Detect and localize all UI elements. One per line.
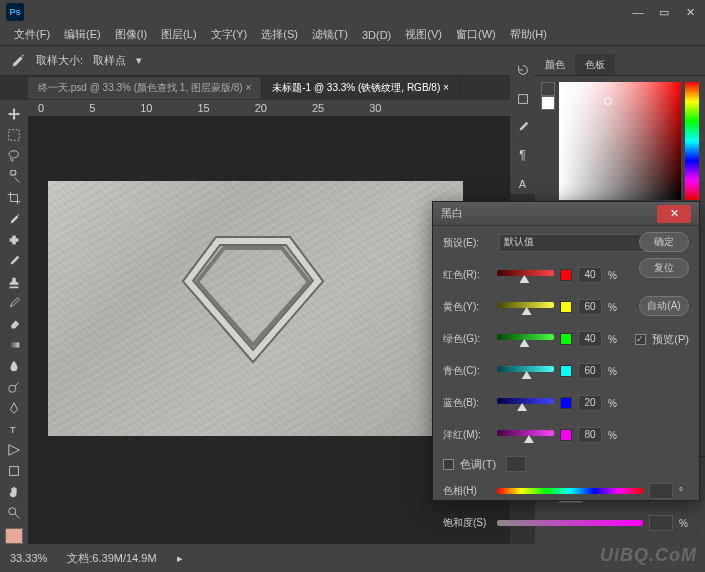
crop-tool[interactable] (2, 188, 26, 207)
maximize-button[interactable]: ▭ (655, 6, 673, 19)
stamp-tool[interactable] (2, 272, 26, 291)
sat-value[interactable] (649, 515, 673, 531)
preview-checkbox[interactable] (635, 334, 646, 345)
menu-filter[interactable]: 滤镜(T) (306, 25, 354, 44)
properties-icon[interactable] (511, 88, 535, 108)
menu-edit[interactable]: 编辑(E) (58, 25, 107, 44)
history-icon[interactable] (511, 60, 535, 80)
slider-thumb-icon[interactable] (519, 275, 529, 283)
dialog-close-button[interactable]: ✕ (657, 205, 691, 223)
slider-green: 绿色(G):40% (443, 326, 618, 352)
menu-window[interactable]: 窗口(W) (450, 25, 502, 44)
tab-swatches[interactable]: 色板 (575, 54, 615, 75)
close-button[interactable]: ✕ (681, 6, 699, 19)
bg-color[interactable] (541, 96, 555, 110)
shape-tool[interactable] (2, 461, 26, 480)
eraser-tool[interactable] (2, 314, 26, 333)
slider-thumb-icon[interactable] (517, 403, 527, 411)
gradient-tool[interactable] (2, 335, 26, 354)
slider-track-yellow[interactable] (497, 302, 554, 312)
right-mini-panel: ¶ A (510, 54, 535, 194)
fg-color[interactable] (541, 82, 555, 96)
character-icon[interactable]: A (511, 174, 535, 194)
menu-type[interactable]: 文字(Y) (205, 25, 254, 44)
slider-value-blue[interactable]: 20 (578, 395, 602, 411)
sample-point-select[interactable]: 取样点 (93, 53, 126, 68)
color-field[interactable] (559, 82, 681, 200)
hue-value[interactable] (649, 483, 673, 499)
path-tool[interactable] (2, 440, 26, 459)
slider-thumb-icon[interactable] (519, 339, 529, 347)
dialog-titlebar[interactable]: 黑白 ✕ (433, 202, 699, 226)
blur-tool[interactable] (2, 356, 26, 375)
hand-tool[interactable] (2, 482, 26, 501)
slider-thumb-icon[interactable] (522, 307, 532, 315)
slider-value-cyan[interactable]: 60 (578, 363, 602, 379)
slider-track-red[interactable] (497, 270, 554, 280)
menu-image[interactable]: 图像(I) (109, 25, 153, 44)
slider-label: 青色(C): (443, 364, 491, 378)
menu-help[interactable]: 帮助(H) (504, 25, 553, 44)
sat-slider[interactable] (497, 520, 643, 526)
slider-value-magenta[interactable]: 80 (578, 427, 602, 443)
hue-slider[interactable] (497, 488, 643, 494)
slider-value-red[interactable]: 40 (578, 267, 602, 283)
eyedropper-tool[interactable] (2, 209, 26, 228)
chevron-right-icon[interactable]: ▸ (177, 552, 183, 565)
brush-tool[interactable] (2, 251, 26, 270)
history-brush-tool[interactable] (2, 293, 26, 312)
tint-swatch[interactable] (506, 456, 526, 472)
menu-file[interactable]: 文件(F) (8, 25, 56, 44)
menu-view[interactable]: 视图(V) (399, 25, 448, 44)
svg-rect-3 (9, 342, 20, 347)
dropdown-icon[interactable]: ▾ (136, 54, 142, 67)
menu-select[interactable]: 选择(S) (255, 25, 304, 44)
auto-button[interactable]: 自动(A) (639, 296, 689, 316)
tint-checkbox[interactable] (443, 459, 454, 470)
canvas[interactable] (48, 181, 463, 436)
color-picker[interactable] (535, 76, 705, 206)
marquee-tool[interactable] (2, 125, 26, 144)
slider-value-green[interactable]: 40 (578, 331, 602, 347)
slider-label: 绿色(G): (443, 332, 491, 346)
svg-rect-2 (12, 235, 16, 244)
toolbox: T (0, 100, 28, 544)
svg-point-4 (9, 385, 16, 392)
heal-tool[interactable] (2, 230, 26, 249)
cancel-button[interactable]: 复位 (639, 258, 689, 278)
brush-panel-icon[interactable] (511, 117, 535, 137)
slider-track-magenta[interactable] (497, 430, 554, 440)
slider-thumb-icon[interactable] (524, 435, 534, 443)
foreground-swatch[interactable] (5, 528, 23, 544)
preset-label: 预设(E): (443, 236, 493, 250)
minimize-button[interactable]: — (629, 6, 647, 19)
slider-track-green[interactable] (497, 334, 554, 344)
hue-strip[interactable] (685, 82, 699, 200)
slider-label: 蓝色(B): (443, 396, 491, 410)
svg-rect-8 (518, 94, 527, 103)
app-logo: Ps (6, 3, 24, 21)
menu-3d[interactable]: 3D(D) (356, 27, 397, 43)
lasso-tool[interactable] (2, 146, 26, 165)
dodge-tool[interactable] (2, 377, 26, 396)
svg-text:T: T (10, 423, 16, 434)
menu-layer[interactable]: 图层(L) (155, 25, 202, 44)
slider-value-yellow[interactable]: 60 (578, 299, 602, 315)
window-controls: — ▭ ✕ (629, 6, 699, 19)
zoom-tool[interactable] (2, 503, 26, 522)
sample-size-label: 取样大小: (36, 53, 83, 68)
move-tool[interactable] (2, 104, 26, 123)
color-swatch-pair[interactable] (541, 82, 555, 200)
type-tool[interactable]: T (2, 419, 26, 438)
slider-thumb-icon[interactable] (522, 371, 532, 379)
slider-track-blue[interactable] (497, 398, 554, 408)
doc-tab-2[interactable]: 未标题-1 @ 33.3% (铁锈纹理, RGB/8) × (262, 77, 460, 99)
paragraph-icon[interactable]: ¶ (511, 145, 535, 165)
pen-tool[interactable] (2, 398, 26, 417)
zoom-level[interactable]: 33.33% (10, 552, 47, 564)
slider-track-cyan[interactable] (497, 366, 554, 376)
tab-color[interactable]: 颜色 (535, 54, 575, 75)
doc-tab-1[interactable]: 终一天.psd @ 33.3% (颜色查找 1, 图层蒙版/8) × (28, 77, 262, 99)
wand-tool[interactable] (2, 167, 26, 186)
ok-button[interactable]: 确定 (639, 232, 689, 252)
